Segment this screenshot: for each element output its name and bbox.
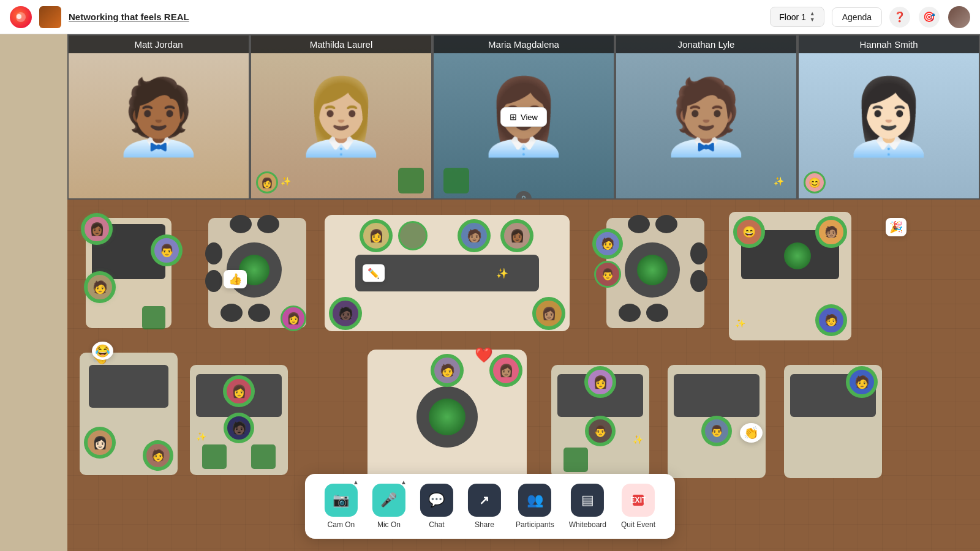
sparkle-fr: ✨ <box>735 318 745 328</box>
toolbar-item-cam[interactable]: 📷 ▲ Cam On <box>320 481 363 531</box>
green-chair-r3r-1 <box>564 448 588 472</box>
event-thumbnail <box>39 6 61 28</box>
app-logo[interactable] <box>10 6 32 28</box>
user-avatar[interactable] <box>948 6 970 28</box>
applause-reaction: 👏 <box>740 423 763 443</box>
avatar-center-2[interactable]: 🧑🏽 <box>459 221 489 250</box>
avatar-row2-2[interactable]: 🧑 <box>86 273 114 301</box>
svg-point-1 <box>17 14 21 19</box>
chat-button[interactable]: 💬 <box>420 484 453 517</box>
cam-chevron[interactable]: ▲ <box>353 479 359 485</box>
help-button[interactable]: ❓ <box>889 7 910 28</box>
view-popup[interactable]: ⊞ View <box>500 107 547 127</box>
floor-selector[interactable]: Floor 1 ▲▼ <box>770 7 824 27</box>
chair-right-r2-1 <box>690 242 707 264</box>
sparkle-r3sl: ✨ <box>196 432 206 441</box>
agenda-button[interactable]: Agenda <box>832 7 882 27</box>
green-glow-r3c <box>429 399 466 435</box>
avatar-r3c-1[interactable]: 🧑 <box>432 356 462 385</box>
avatar-r3sl-1[interactable]: 👩 <box>225 377 253 405</box>
toolbar-item-participants[interactable]: 👥 Participants <box>511 481 559 531</box>
video-feed-maria: 👩🏽‍💼 Maria Magdalena ⊞ View 🔒 <box>432 34 615 200</box>
avatar-round1-1[interactable]: 👩 <box>281 305 306 331</box>
table-round-2: 🧑 👨 <box>600 212 710 334</box>
avatar-row2-1[interactable]: 👩🏾 <box>83 215 111 243</box>
location-button[interactable]: 🎯 <box>919 7 940 28</box>
cam-button[interactable]: 📷 ▲ <box>325 484 358 517</box>
avatar-center-4[interactable]: 🧑🏿 <box>331 299 360 328</box>
chair-top-1 <box>230 215 252 233</box>
thumbs-reaction: 👍 <box>224 270 247 288</box>
table-center-large: 👩 🧑🏽 👩🏾 ✏️ ✨ 🧑🏿 👩🏽 <box>325 215 570 331</box>
table-row2-far-right: 😄 🧑🏽 ✨ 🧑 <box>729 212 851 340</box>
avatar-center-1[interactable]: 👩 <box>361 221 391 250</box>
avatar-r3c-2[interactable]: 👩🏽 <box>491 356 521 385</box>
avatar-center-3[interactable]: 👩🏾 <box>502 221 532 250</box>
table-round-1: 👍 👩 <box>202 212 312 334</box>
sparkle-r3r: ✨ <box>633 435 643 444</box>
chair-mathilda <box>398 168 424 193</box>
table-row3-right: 👩 ✨ 👨 <box>551 365 649 478</box>
video-name-jonathan: Jonathan Lyle <box>616 36 796 53</box>
cam-icon: 📷 <box>333 492 349 508</box>
table-row3-center: 🧑 👩🏽 ❤️ <box>368 350 527 484</box>
chair-bot-r2-2 <box>646 304 668 322</box>
center-desk: ✏️ ✨ <box>355 255 539 291</box>
floor-arrows: ▲▼ <box>810 11 815 23</box>
mic-button[interactable]: 🎤 ▲ <box>372 484 405 517</box>
desk-r3-fr <box>674 374 760 417</box>
avatar-fr-3[interactable]: 🧑 <box>817 306 845 334</box>
quit-icon: EXIT <box>631 493 646 508</box>
chair-bot-2 <box>248 304 270 322</box>
participants-button[interactable]: 👥 <box>518 484 551 517</box>
chair-sofa-center <box>398 221 428 250</box>
chair-maria-left <box>443 168 469 193</box>
share-icon: ↗ <box>479 493 489 508</box>
avatar-round2-1[interactable]: 🧑 <box>594 230 621 257</box>
table-row3-far-right: 👏 👨 <box>668 365 766 478</box>
avatar-r3fr-1[interactable]: 👨 <box>703 418 730 444</box>
green-chair-r3sl-1 <box>202 444 227 469</box>
left-wall <box>0 34 67 551</box>
avatar-r3r-1[interactable]: 👩 <box>586 368 614 396</box>
video-feed-mathilda: 👩🏼‍💼 Mathilda Laurel 👩 ✨ <box>250 34 432 200</box>
chair-left-2 <box>205 270 222 292</box>
chair-right-r2-2 <box>690 270 707 292</box>
party-popper: 🎉 <box>886 218 907 236</box>
top-navigation: Networking that feels REAL Floor 1 ▲▼ Ag… <box>0 0 980 34</box>
toolbar-item-whiteboard[interactable]: ▤ Whiteboard <box>564 481 611 531</box>
video-feed-jonathan: 🧑🏽‍💼 Jonathan Lyle ✨ <box>615 34 797 200</box>
avatar-center-5[interactable]: 👩🏽 <box>534 299 564 328</box>
quit-label: Quit Event <box>621 520 655 529</box>
avatar-r3ffr-1[interactable]: 🧑 <box>848 368 876 396</box>
table-row3-ffr: 🧑 <box>784 365 882 478</box>
video-name-maria: Maria Magdalena <box>434 36 614 53</box>
avatar-r3sl-2[interactable]: 🧑🏿 <box>225 414 252 441</box>
avatar-r3fl-2[interactable]: 🧑 <box>145 442 172 469</box>
toolbar-item-share[interactable]: ↗ Share <box>463 481 506 531</box>
chair-top-r2-2 <box>655 215 677 233</box>
laugh-reaction: 😂 <box>92 342 113 360</box>
toolbar-item-chat[interactable]: 💬 Chat <box>415 481 458 531</box>
avatar-round2-2[interactable]: 👨 <box>594 261 621 288</box>
avatar-r3r-2[interactable]: 👨 <box>587 418 614 444</box>
avatar-fr-1[interactable]: 😄 <box>735 218 763 246</box>
chair-top-2 <box>257 215 279 233</box>
bottom-toolbar: 📷 ▲ Cam On 🎤 ▲ Mic On 💬 Chat <box>305 474 675 539</box>
main-area: 🧑🏾‍💼 Matt Jordan 👩🏼‍💼 Mathilda Laurel 👩 … <box>0 34 980 551</box>
video-name-mathilda: Mathilda Laurel <box>251 36 431 53</box>
avatar-r3fl-1[interactable]: 👩🏻 <box>86 429 114 457</box>
whiteboard-button[interactable]: ▤ <box>571 484 604 517</box>
toolbar-item-quit[interactable]: EXIT Quit Event <box>616 481 660 531</box>
participants-icon: 👥 <box>527 492 543 508</box>
avatar-row2-3[interactable]: 👨 <box>153 236 181 264</box>
desk-r3-fl: 👋 <box>89 365 168 408</box>
avatar-fr-2[interactable]: 🧑🏽 <box>817 218 845 246</box>
video-feed-matt: 🧑🏾‍💼 Matt Jordan <box>67 34 250 200</box>
mic-chevron[interactable]: ▲ <box>401 479 407 485</box>
chair-green-1 <box>142 306 165 329</box>
share-button[interactable]: ↗ <box>468 484 501 517</box>
quit-button[interactable]: EXIT <box>622 484 655 517</box>
toolbar-item-mic[interactable]: 🎤 ▲ Mic On <box>368 481 410 531</box>
chair-top-r2-1 <box>628 215 650 233</box>
